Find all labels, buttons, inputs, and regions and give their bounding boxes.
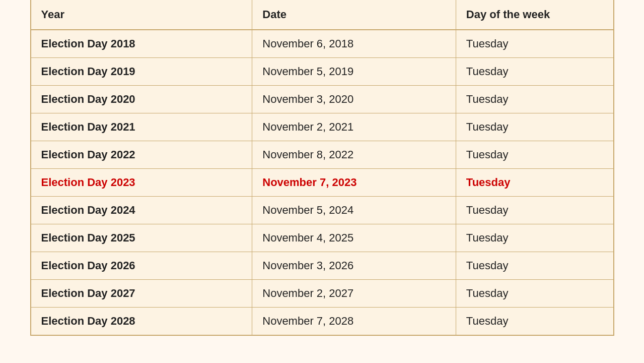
date-cell: November 3, 2026 [252, 252, 456, 280]
table-row: Election Day 2024November 5, 2024Tuesday [31, 197, 613, 224]
date-cell: November 6, 2018 [252, 30, 456, 58]
year-cell: Election Day 2022 [31, 141, 252, 169]
election-table: Year Date Day of the week Election Day 2… [31, 0, 613, 335]
header-year: Year [31, 0, 252, 30]
table-row: Election Day 2020November 3, 2020Tuesday [31, 86, 613, 113]
year-cell: Election Day 2018 [31, 30, 252, 58]
header-day: Day of the week [456, 0, 613, 30]
day-cell: Tuesday [456, 30, 613, 58]
date-cell: November 3, 2020 [252, 86, 456, 113]
table-row: Election Day 2023November 7, 2023Tuesday [31, 169, 613, 197]
day-cell: Tuesday [456, 169, 613, 197]
table-row: Election Day 2019November 5, 2019Tuesday [31, 58, 613, 86]
table-row: Election Day 2022November 8, 2022Tuesday [31, 141, 613, 169]
table-row: Election Day 2021November 2, 2021Tuesday [31, 113, 613, 141]
year-cell: Election Day 2025 [31, 224, 252, 252]
table-row: Election Day 2027November 2, 2027Tuesday [31, 280, 613, 308]
table-row: Election Day 2028November 7, 2028Tuesday [31, 308, 613, 335]
date-cell: November 7, 2023 [252, 169, 456, 197]
year-cell: Election Day 2023 [31, 169, 252, 197]
day-cell: Tuesday [456, 252, 613, 280]
day-cell: Tuesday [456, 86, 613, 113]
day-cell: Tuesday [456, 224, 613, 252]
table-row: Election Day 2018November 6, 2018Tuesday [31, 30, 613, 58]
table-row: Election Day 2025November 4, 2025Tuesday [31, 224, 613, 252]
day-cell: Tuesday [456, 141, 613, 169]
table-row: Election Day 2026November 3, 2026Tuesday [31, 252, 613, 280]
date-cell: November 5, 2019 [252, 58, 456, 86]
date-cell: November 8, 2022 [252, 141, 456, 169]
date-cell: November 4, 2025 [252, 224, 456, 252]
date-cell: November 5, 2024 [252, 197, 456, 224]
page-wrapper: Year Date Day of the week Election Day 2… [0, 0, 644, 336]
year-cell: Election Day 2021 [31, 113, 252, 141]
date-cell: November 2, 2027 [252, 280, 456, 308]
table-header-row: Year Date Day of the week [31, 0, 613, 30]
day-cell: Tuesday [456, 197, 613, 224]
year-cell: Election Day 2024 [31, 197, 252, 224]
year-cell: Election Day 2028 [31, 308, 252, 335]
day-cell: Tuesday [456, 308, 613, 335]
day-cell: Tuesday [456, 113, 613, 141]
year-cell: Election Day 2027 [31, 280, 252, 308]
table-container: Year Date Day of the week Election Day 2… [30, 0, 614, 336]
date-cell: November 2, 2021 [252, 113, 456, 141]
day-cell: Tuesday [456, 280, 613, 308]
year-cell: Election Day 2026 [31, 252, 252, 280]
date-cell: November 7, 2028 [252, 308, 456, 335]
day-cell: Tuesday [456, 58, 613, 86]
year-cell: Election Day 2020 [31, 86, 252, 113]
year-cell: Election Day 2019 [31, 58, 252, 86]
header-date: Date [252, 0, 456, 30]
